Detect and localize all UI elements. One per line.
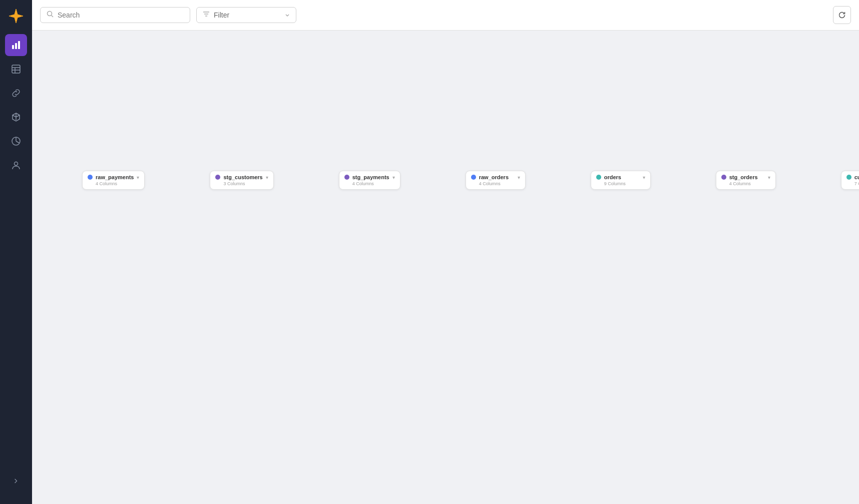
search-box[interactable]	[40, 7, 190, 23]
node-dot	[215, 175, 220, 180]
person-icon	[11, 160, 21, 170]
table-node-raw-orders[interactable]: raw_orders ▾ 4 Columns	[466, 171, 526, 190]
node-dot	[88, 175, 93, 180]
filter-label: Filter	[214, 11, 281, 19]
node-name: orders	[604, 174, 640, 180]
search-icon	[47, 11, 54, 20]
svg-point-9	[15, 162, 18, 166]
svg-rect-2	[15, 43, 17, 49]
sidebar-nav	[5, 34, 27, 470]
node-expand-icon: ▾	[768, 175, 770, 180]
table-node-orders[interactable]: orders ▾ 9 Columns	[591, 171, 651, 190]
node-cols: 4 Columns	[96, 181, 139, 186]
node-dot	[721, 175, 726, 180]
filter-chevron-icon	[285, 11, 290, 20]
sidebar-item-charts[interactable]	[5, 34, 27, 56]
node-dot	[471, 175, 476, 180]
sidebar-item-tables[interactable]	[5, 58, 27, 80]
node-name: customers	[854, 174, 859, 180]
node-name: stg_payments	[352, 174, 389, 180]
svg-rect-3	[18, 41, 20, 49]
filter-dropdown[interactable]: Filter	[196, 7, 296, 23]
table-icon	[11, 64, 21, 74]
node-cols: 7 Columns	[854, 181, 859, 186]
sidebar-item-reports[interactable]	[5, 130, 27, 152]
bar-chart-icon	[11, 40, 21, 50]
table-nodes-container: raw_payments ▾ 4 Columns stg_customers ▾…	[82, 171, 859, 190]
sidebar-item-cube[interactable]	[5, 106, 27, 128]
node-name: raw_payments	[96, 174, 134, 180]
node-dot	[846, 175, 851, 180]
refresh-icon	[838, 11, 846, 19]
table-node-stg-payments[interactable]: stg_payments ▾ 4 Columns	[339, 171, 400, 190]
chevron-right-icon	[12, 477, 20, 485]
node-name: stg_customers	[223, 174, 262, 180]
svg-marker-0	[9, 9, 23, 23]
node-expand-icon: ▾	[266, 175, 268, 180]
main-content: Filter raw_payments ▾	[32, 0, 859, 504]
node-cols: 4 Columns	[729, 181, 770, 186]
refresh-button[interactable]	[833, 6, 851, 24]
toolbar: Filter	[32, 0, 859, 31]
filter-icon	[203, 11, 210, 20]
node-name: stg_orders	[729, 174, 765, 180]
node-dot	[596, 175, 601, 180]
svg-point-10	[48, 12, 52, 16]
node-expand-icon: ▾	[643, 175, 645, 180]
node-dot	[344, 175, 349, 180]
node-cols: 4 Columns	[352, 181, 395, 186]
node-expand-icon: ▾	[137, 175, 139, 180]
table-node-stg-orders[interactable]: stg_orders ▾ 4 Columns	[716, 171, 776, 190]
node-name: raw_orders	[479, 174, 515, 180]
node-expand-icon: ▾	[518, 175, 520, 180]
canvas: raw_payments ▾ 4 Columns stg_customers ▾…	[32, 31, 859, 504]
sidebar	[0, 0, 32, 504]
svg-rect-4	[12, 65, 20, 73]
link-icon	[11, 88, 21, 98]
sidebar-item-users[interactable]	[5, 154, 27, 176]
node-cols: 4 Columns	[479, 181, 520, 186]
node-cols: 3 Columns	[223, 181, 268, 186]
search-input[interactable]	[58, 11, 184, 19]
table-node-customers[interactable]: customers ▾ 7 Columns	[841, 171, 859, 190]
node-cols: 9 Columns	[604, 181, 645, 186]
pie-chart-icon	[11, 136, 21, 146]
sidebar-expand-button[interactable]	[5, 470, 27, 492]
table-node-stg-customers[interactable]: stg_customers ▾ 3 Columns	[210, 171, 273, 190]
logo	[6, 6, 26, 26]
svg-rect-1	[12, 45, 14, 49]
cube-icon	[11, 112, 21, 122]
table-node-raw-payments[interactable]: raw_payments ▾ 4 Columns	[82, 171, 145, 190]
node-expand-icon: ▾	[392, 175, 395, 180]
sidebar-bottom	[5, 470, 27, 498]
sidebar-item-links[interactable]	[5, 82, 27, 104]
